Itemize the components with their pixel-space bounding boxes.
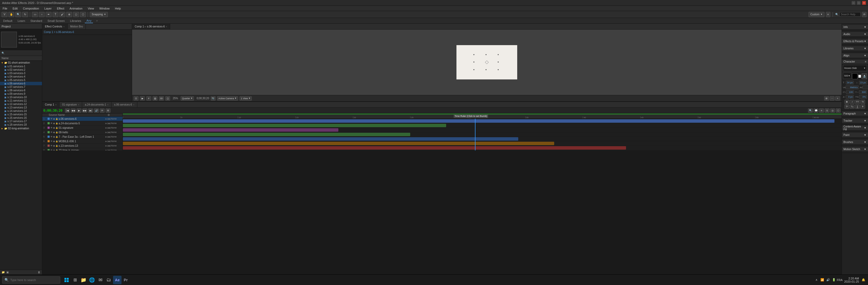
taskbar-windows-btn[interactable] bbox=[62, 276, 71, 284]
layer-row-8[interactable]: 8 👁 ◉ 🔒 23-time-is-money ◈◑◐ None bbox=[42, 148, 123, 150]
tool-hand[interactable]: ✋ bbox=[8, 12, 14, 17]
layer-5-solo[interactable]: ◉ bbox=[53, 136, 55, 138]
tab-a24-docs[interactable]: a.24-documents-1 × bbox=[82, 102, 112, 107]
subscript-btn[interactable]: T₂ bbox=[850, 105, 855, 109]
strikethrough-btn[interactable]: T bbox=[860, 105, 865, 109]
tool-rect[interactable]: ▭ bbox=[32, 12, 38, 17]
project-search-input[interactable] bbox=[4, 51, 40, 55]
project-item-s02[interactable]: ▣ s.02-services-2 bbox=[0, 68, 42, 72]
taskbar-ae-btn[interactable]: Ae bbox=[113, 276, 122, 284]
tab-motion-bro[interactable]: Motion Bro bbox=[68, 24, 86, 29]
menu-animation[interactable]: Animation bbox=[68, 6, 84, 10]
horiz-scale-value[interactable]: 600 bbox=[859, 90, 867, 94]
layer-4-lock[interactable]: 🔒 bbox=[56, 131, 58, 134]
layer-7-solo[interactable]: ◉ bbox=[53, 145, 55, 147]
vert-scale-value[interactable]: 100 bbox=[846, 90, 854, 94]
track-bar-2[interactable] bbox=[123, 124, 446, 127]
layer-row-2[interactable]: 2 👁 ◉ 🔒 a.24-documents-5 ◈◑◐ None bbox=[42, 121, 123, 126]
tab-01-signature[interactable]: 01-signature × bbox=[59, 102, 82, 107]
layer-row-7[interactable]: 7 👁 ◉ 🔒 s.13-services-13 ◈◑◐ None bbox=[42, 144, 123, 148]
superscript-btn[interactable]: T² bbox=[844, 105, 849, 109]
viewer-comp-flow-btn[interactable]: ⋯ bbox=[830, 96, 834, 101]
menu-window[interactable]: Window bbox=[98, 6, 111, 10]
track-bar-6[interactable] bbox=[123, 142, 554, 145]
tracking-value[interactable]: 0 bbox=[863, 85, 868, 89]
tool-zoom[interactable]: 🔍 bbox=[15, 12, 21, 17]
project-item-s05[interactable]: ▣ s.05-services-5 bbox=[0, 78, 42, 82]
maximize-button[interactable]: □ bbox=[857, 1, 861, 5]
tab-a24-close[interactable]: × bbox=[107, 103, 108, 106]
project-folder-02[interactable]: ► 📁 02-long-animation bbox=[0, 127, 42, 130]
taskbar-explorer2-btn[interactable]: 🗂 bbox=[104, 276, 113, 284]
info-section-header[interactable]: Info ▼ bbox=[842, 25, 868, 30]
workspace-menu-btn[interactable]: ≡ bbox=[826, 12, 830, 17]
layer-7-lock[interactable]: 🔒 bbox=[56, 145, 58, 147]
tl-comment-btn[interactable]: 💬 bbox=[814, 108, 818, 113]
menu-edit[interactable]: Edit bbox=[11, 6, 19, 10]
tab-01-sig-close[interactable]: × bbox=[78, 103, 79, 106]
layer-6-solo[interactable]: ◉ bbox=[53, 140, 55, 143]
project-item-s18[interactable]: ▣ s.18-services-18 bbox=[0, 123, 42, 127]
taskbar-explorer-btn[interactable]: 📁 bbox=[79, 276, 88, 284]
minimize-button[interactable]: ─ bbox=[851, 1, 855, 5]
tool-clone[interactable]: ⊕ bbox=[66, 12, 72, 17]
layer-3-lock[interactable]: 🔒 bbox=[56, 127, 58, 129]
project-item-s01[interactable]: ▣ s.01-services-1 bbox=[0, 65, 42, 68]
leading-value[interactable]: 23 px bbox=[859, 81, 867, 84]
tab-comp1[interactable]: Comp 1 × bbox=[42, 102, 59, 107]
audio-section-header[interactable]: Audio ▼ bbox=[842, 32, 868, 37]
tool-rotate[interactable]: ↻ bbox=[22, 12, 28, 17]
menu-file[interactable]: File bbox=[2, 6, 8, 10]
tl-motion-blur-btn[interactable]: ◎ bbox=[830, 108, 835, 113]
viewer-3d-btn[interactable]: 3D bbox=[159, 96, 164, 101]
underline-btn[interactable]: T bbox=[855, 105, 860, 109]
layer-3-solo[interactable]: ◉ bbox=[53, 127, 55, 129]
tsume-value[interactable]: 0% bbox=[859, 95, 867, 99]
workspace-tab-default[interactable]: Default bbox=[2, 19, 14, 23]
workspace-more-btn[interactable]: » bbox=[96, 19, 98, 22]
timeline-ruler[interactable]: 5 10 15 20 25 30 35 40 45 50 55 30:00 Ti… bbox=[123, 113, 842, 119]
small-caps-btn[interactable]: Tt bbox=[860, 100, 865, 104]
tl-last-frame-btn[interactable]: ▶| bbox=[88, 108, 93, 113]
layer-1-vis[interactable]: 👁 bbox=[51, 118, 53, 120]
project-item-s16[interactable]: ▣ s.16-services-16 bbox=[0, 116, 42, 119]
effects-section-header[interactable]: Effects & Presets ▼ bbox=[842, 39, 868, 44]
menu-layer[interactable]: Layer bbox=[43, 6, 53, 10]
tl-audio-btn[interactable]: 🔊 bbox=[94, 108, 99, 113]
viewer-view-dropdown[interactable]: 1 View ▼ bbox=[240, 96, 252, 101]
workspace-tab-learn[interactable]: Learn bbox=[16, 19, 27, 23]
work-area-bar[interactable] bbox=[123, 113, 842, 114]
tracker-section-header[interactable]: Tracker ▼ bbox=[842, 118, 868, 123]
search-input[interactable] bbox=[839, 12, 861, 16]
layer-3-vis[interactable]: 👁 bbox=[51, 127, 53, 129]
close-button[interactable]: × bbox=[862, 1, 866, 5]
character-section-header[interactable]: Character ≡ bbox=[842, 59, 868, 64]
content-aware-section-header[interactable]: Content-Aware Fill ▼ bbox=[842, 126, 868, 130]
kerning-value[interactable]: Metrics bbox=[845, 85, 859, 89]
layer-5-vis[interactable]: 👁 bbox=[51, 136, 53, 138]
tab-effect-controls[interactable]: Effect Controls × bbox=[42, 24, 68, 29]
project-folder-01[interactable]: ▼ 📁 01-short-animation bbox=[0, 61, 42, 65]
align-section-header[interactable]: Align ▼ bbox=[842, 53, 868, 58]
font-color-swatch-2[interactable] bbox=[858, 75, 861, 78]
project-item-s06[interactable]: ▣ s.06-services-6 bbox=[0, 82, 42, 85]
comp-canvas-area[interactable] bbox=[132, 30, 842, 95]
workspace-tab-libraries[interactable]: Libraries bbox=[68, 19, 83, 23]
tool-ellipse[interactable]: ○ bbox=[39, 12, 44, 17]
layer-4-vis[interactable]: 👁 bbox=[51, 131, 53, 134]
project-item-s10[interactable]: ▣ s.10-services-10 bbox=[0, 96, 42, 99]
layer-1-solo[interactable]: ◉ bbox=[53, 118, 55, 120]
paint-section-header[interactable]: Paint ▼ bbox=[842, 133, 868, 138]
sound-icon[interactable]: 🔊 bbox=[826, 278, 831, 282]
taskbar-pr-btn[interactable]: Pr bbox=[122, 276, 130, 284]
tool-text[interactable]: T bbox=[53, 12, 58, 17]
workspace-tab-standard[interactable]: Standard bbox=[29, 19, 44, 23]
viewer-transparency-btn[interactable]: ◫ bbox=[165, 96, 170, 101]
timeline-current-time[interactable]: 0;00;30;20 bbox=[43, 109, 62, 112]
layer-row-4[interactable]: 4 👁 ◉ 🔒 08-hello ◈◑◐ None bbox=[42, 130, 123, 135]
menu-view[interactable]: View bbox=[87, 6, 95, 10]
menu-composition[interactable]: Composition bbox=[22, 6, 40, 10]
faux-italic-btn[interactable]: I bbox=[850, 100, 855, 104]
layer-2-solo[interactable]: ◉ bbox=[53, 122, 55, 124]
project-new-folder-btn[interactable]: 📁 bbox=[2, 271, 5, 274]
